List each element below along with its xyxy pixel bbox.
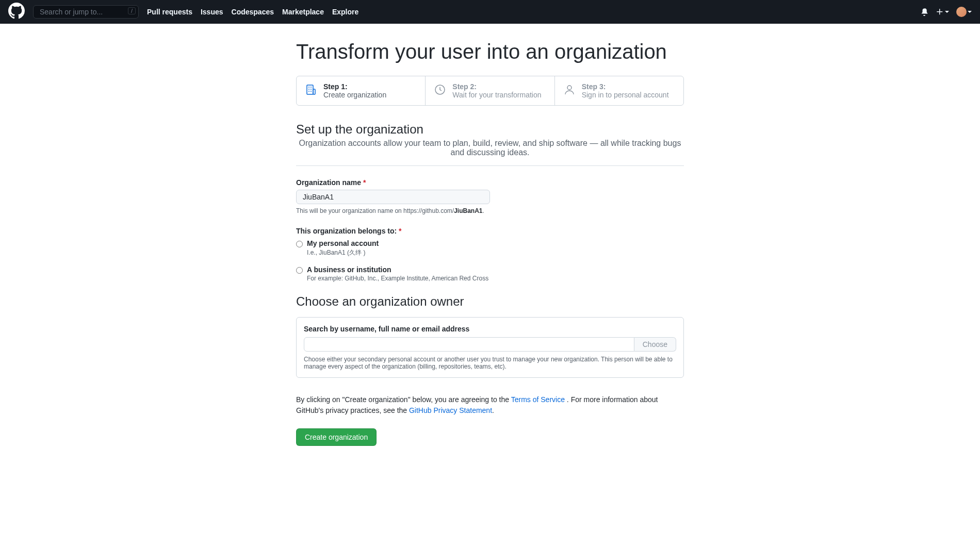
setup-heading: Set up the organization	[296, 122, 684, 137]
divider	[296, 165, 684, 166]
radio-business: A business or institution For example: G…	[296, 265, 684, 282]
owner-search-input[interactable]	[304, 337, 634, 352]
nav-marketplace[interactable]: Marketplace	[282, 8, 324, 16]
svg-rect-7	[313, 89, 315, 94]
search-box: /	[33, 5, 139, 19]
svg-rect-0	[307, 85, 313, 94]
steps: Step 1: Create organization Step 2: Wait…	[296, 76, 684, 106]
user-menu[interactable]	[956, 7, 972, 17]
step-2-desc: Wait for your transformation	[452, 91, 541, 99]
page-title: Transform your user into an organization	[296, 40, 684, 63]
step-3: Step 3: Sign in to personal account	[555, 76, 683, 105]
radio-personal-note: I.e., JiuBanA1 (久绊 )	[307, 248, 379, 257]
step-3-label: Step 3:	[582, 82, 669, 91]
terms-text: By clicking on "Create organization" bel…	[296, 394, 684, 416]
step-1-desc: Create organization	[323, 91, 386, 99]
step-3-desc: Sign in to personal account	[582, 91, 669, 99]
step-2: Step 2: Wait for your transformation	[426, 76, 554, 105]
radio-personal-label: My personal account	[307, 239, 379, 247]
nav-issues[interactable]: Issues	[201, 8, 223, 16]
organization-icon	[305, 84, 317, 98]
radio-business-label: A business or institution	[307, 265, 488, 274]
org-name-group: Organization name * This will be your or…	[296, 178, 684, 214]
step-2-label: Step 2:	[452, 82, 541, 91]
create-organization-button[interactable]: Create organization	[296, 428, 377, 446]
avatar	[956, 7, 967, 17]
org-name-input[interactable]	[296, 190, 490, 204]
owner-box: Search by username, full name or email a…	[296, 317, 684, 378]
search-input[interactable]	[33, 5, 139, 19]
owner-note: Choose either your secondary personal ac…	[304, 356, 676, 370]
step-1: Step 1: Create organization	[297, 76, 426, 105]
header-right	[920, 7, 972, 17]
owner-heading: Choose an organization owner	[296, 294, 684, 309]
privacy-link[interactable]: GitHub Privacy Statement	[409, 406, 492, 414]
radio-personal: My personal account I.e., JiuBanA1 (久绊 )	[296, 239, 684, 257]
org-name-label: Organization name *	[296, 178, 684, 187]
clock-icon	[434, 84, 446, 98]
main-content: Transform your user into an organization…	[296, 24, 684, 477]
org-name-note: This will be your organization name on h…	[296, 207, 684, 214]
belongs-label: This organization belongs to: *	[296, 227, 684, 235]
nav-explore[interactable]: Explore	[332, 8, 358, 16]
search-slash-hint: /	[128, 7, 136, 14]
create-new-dropdown[interactable]	[936, 8, 949, 16]
person-icon	[563, 84, 576, 98]
nav-pull-requests[interactable]: Pull requests	[147, 8, 192, 16]
notifications-icon[interactable]	[920, 8, 928, 16]
radio-personal-input[interactable]	[296, 241, 303, 247]
setup-desc: Organization accounts allow your team to…	[296, 139, 684, 161]
tos-link[interactable]: Terms of Service	[511, 395, 565, 404]
belongs-group: This organization belongs to: * My perso…	[296, 227, 684, 282]
radio-business-input[interactable]	[296, 267, 303, 274]
radio-business-note: For example: GitHub, Inc., Example Insti…	[307, 275, 488, 282]
global-header: / Pull requests Issues Codespaces Market…	[0, 0, 980, 24]
svg-point-9	[567, 86, 571, 90]
nav-codespaces[interactable]: Codespaces	[232, 8, 274, 16]
choose-button[interactable]: Choose	[634, 337, 676, 352]
owner-search-label: Search by username, full name or email a…	[304, 325, 676, 333]
github-logo[interactable]	[8, 3, 25, 21]
step-1-label: Step 1:	[323, 82, 386, 91]
nav-links: Pull requests Issues Codespaces Marketpl…	[147, 8, 358, 16]
